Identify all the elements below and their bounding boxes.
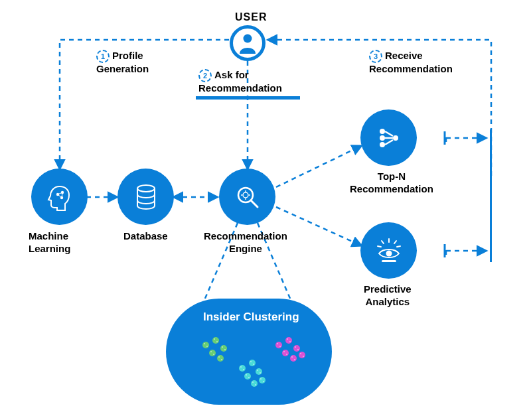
step-2-line1: Ask for — [214, 69, 249, 80]
step-3-number: 3 — [369, 50, 382, 63]
svg-line-19 — [382, 241, 384, 244]
step-3-label: 3Receive Recommendation — [369, 50, 453, 76]
step-1-line2: Generation — [96, 63, 149, 74]
step-1-label: 1Profile Generation — [96, 50, 149, 76]
ml-head-icon — [45, 182, 74, 212]
svg-line-20 — [394, 241, 396, 244]
topn-label-line2: Recommendation — [350, 183, 433, 194]
eye-analytics-icon — [375, 237, 403, 265]
svg-line-21 — [378, 246, 381, 247]
svg-line-8 — [251, 200, 258, 207]
svg-rect-24 — [382, 260, 396, 262]
top-n-label: Top-N Recommendation — [350, 171, 433, 196]
svg-point-15 — [380, 135, 385, 141]
topn-label-line1: Top-N — [378, 171, 406, 182]
step-3-line1: Receive — [385, 50, 423, 61]
step-2-line2: Recommendation — [198, 82, 282, 94]
user-title: USER — [235, 11, 267, 23]
step-1-number: 1 — [96, 50, 110, 63]
predictive-label-line2: Analytics — [366, 296, 410, 307]
step-3-line2: Recommendation — [369, 63, 453, 74]
machine-learning-node — [31, 169, 88, 225]
svg-point-16 — [380, 142, 385, 147]
user-icon — [230, 25, 266, 61]
ml-label-line1: Machine — [29, 230, 68, 242]
insider-clustering-title: Insider Clustering — [203, 311, 299, 324]
svg-line-22 — [397, 246, 400, 247]
machine-learning-label: Machine Learning — [29, 230, 70, 255]
database-icon — [135, 184, 157, 210]
database-label: Database — [123, 230, 168, 243]
step-2-underline — [196, 96, 300, 100]
database-node — [117, 169, 174, 225]
predictive-label-line1: Predictive — [364, 283, 412, 295]
svg-point-6 — [137, 185, 155, 192]
ml-label-line2: Learning — [29, 243, 70, 254]
recommendation-engine-node — [219, 169, 275, 225]
svg-point-2 — [244, 35, 252, 43]
right-join-bar — [490, 129, 492, 262]
step-2-number: 2 — [198, 69, 212, 82]
recommendation-engine-label: Recommendation Engine — [204, 230, 287, 255]
svg-point-17 — [393, 135, 398, 141]
svg-point-23 — [386, 250, 392, 256]
predictive-analytics-label: Predictive Analytics — [364, 283, 412, 309]
rec-engine-label-line1: Recommendation — [204, 230, 287, 242]
ranking-icon — [376, 125, 402, 151]
rec-engine-label-line2: Engine — [229, 243, 262, 254]
insider-clustering-panel: Insider Clustering — [166, 299, 332, 405]
step-1-line1: Profile — [112, 50, 143, 61]
predictive-analytics-node — [360, 222, 417, 279]
top-n-node — [360, 109, 417, 166]
svg-point-9 — [243, 192, 248, 198]
search-gear-icon — [234, 184, 261, 210]
svg-point-14 — [380, 129, 385, 134]
step-2-label: 2Ask for Recommendation — [198, 69, 282, 95]
